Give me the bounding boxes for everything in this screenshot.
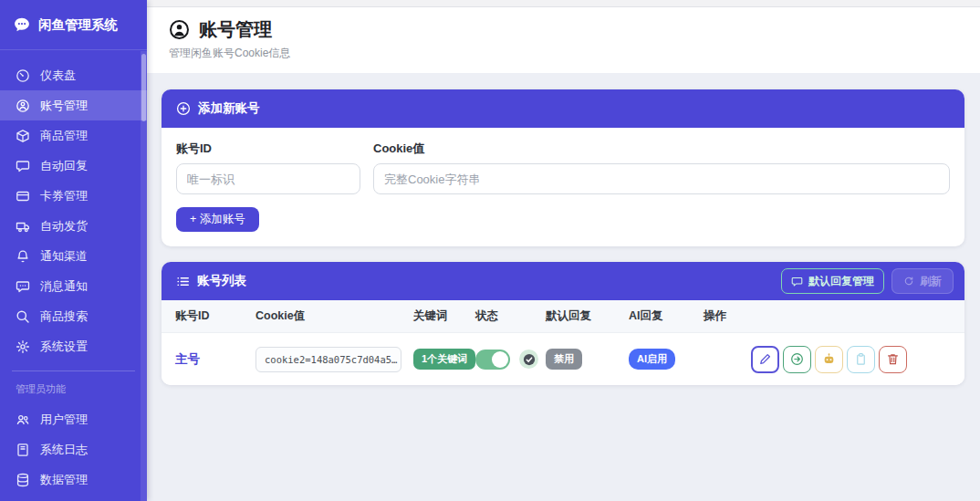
sidebar-item-label: 自动回复 [40,158,88,174]
col-header-cookie: Cookie值 [255,308,413,324]
add-account-card-header: 添加新账号 [162,89,964,128]
sidebar-item-products[interactable]: 商品管理 [0,120,147,151]
page-subtitle: 管理闲鱼账号Cookie信息 [169,46,958,61]
journal-icon [16,443,30,457]
col-header-actions: 操作 [704,308,964,324]
col-header-status: 状态 [475,308,546,324]
person-circle-icon [169,19,190,40]
sidebar-item-settings[interactable]: 系统设置 [0,331,147,361]
sidebar-item-auto-reply[interactable]: 自动回复 [0,151,147,181]
account-id-input[interactable] [176,163,360,194]
ai-robot-button[interactable] [815,346,843,373]
sidebar-item-label: 商品搜索 [40,308,88,325]
bell-icon [16,249,30,264]
chat-icon [791,276,803,287]
col-header-account-id: 账号ID [175,308,255,324]
sidebar-item-message-notify[interactable]: 消息通知 [0,271,147,301]
chat-dots-icon [16,279,30,294]
col-header-ai-reply: AI回复 [629,308,704,324]
ai-reply-badge: AI启用 [629,349,675,370]
sidebar-item-label: 商品管理 [40,128,88,144]
sidebar-item-label: 通知渠道 [40,248,88,265]
account-id-link[interactable]: 主号 [175,352,200,366]
chat-bubble-logo-icon [14,16,30,33]
app-root: 闲鱼管理系统 仪表盘 账号管理 商品管理 自动回复 卡券管理 [0,0,980,501]
sidebar-item-label: 自动发货 [40,218,88,235]
col-header-keywords: 关键词 [413,308,475,324]
chat-icon [16,159,30,173]
copy-button[interactable] [847,346,875,373]
box-icon [16,129,30,143]
page-header: 账号管理 管理闲鱼账号Cookie信息 [147,7,980,73]
add-account-form: 账号ID Cookie值 + 添加账号 [162,128,964,246]
sidebar-nav: 仪表盘 账号管理 商品管理 自动回复 卡券管理 自动发货 [0,50,147,495]
plus-circle-icon [176,101,191,116]
account-id-label: 账号ID [176,141,360,157]
arrow-right-circle-icon [790,352,804,366]
robot-icon [822,352,836,366]
account-list-card-header: 账号列表 默认回复管理 刷新 [162,262,964,300]
app-title: 闲鱼管理系统 [38,16,118,34]
content: 添加新账号 账号ID Cookie值 + 添加账号 [147,73,980,501]
edit-button[interactable] [751,346,779,373]
sidebar-item-label: 系统日志 [40,442,88,458]
pencil-icon [758,352,772,366]
col-header-default-reply: 默认回复 [546,308,629,324]
sidebar: 闲鱼管理系统 仪表盘 账号管理 商品管理 自动回复 卡券管理 [0,0,147,501]
gear-icon [16,339,30,354]
table-row: 主号 cookie2=148a075c7d04a5… 1个关键词 [162,333,964,385]
sidebar-item-data-management[interactable]: 数据管理 [0,464,147,495]
trash-icon [886,352,900,366]
refresh-icon [903,276,914,287]
credit-card-icon [16,189,30,204]
sidebar-item-label: 数据管理 [40,472,88,488]
sidebar-item-label: 卡券管理 [40,188,88,204]
add-account-button[interactable]: + 添加账号 [176,207,259,232]
sidebar-section-label: 管理员功能 [0,371,147,404]
cookie-value-input[interactable] [373,163,950,194]
sidebar-item-notify-channels[interactable]: 通知渠道 [0,241,147,271]
default-reply-badge: 禁用 [546,349,582,370]
keyword-count-badge: 1个关键词 [413,349,475,370]
sidebar-item-label: 系统设置 [40,339,88,355]
account-list-card-title: 账号列表 [197,273,246,289]
delete-button[interactable] [879,346,907,373]
page-title: 账号管理 [199,17,272,42]
top-strip [147,0,980,7]
sidebar-item-label: 账号管理 [40,98,88,114]
sidebar-item-user-management[interactable]: 用户管理 [0,404,147,434]
sidebar-item-label: 仪表盘 [40,68,76,84]
status-check-icon [519,350,538,369]
list-icon [176,275,190,288]
person-icon [16,99,30,113]
clipboard-icon [854,352,868,366]
sidebar-item-auto-ship[interactable]: 自动发货 [0,211,147,241]
sidebar-item-system-logs[interactable]: 系统日志 [0,434,147,464]
cookie-value-label: Cookie值 [373,141,950,157]
refresh-button[interactable]: 刷新 [891,268,954,294]
enter-account-button[interactable] [783,346,811,373]
sidebar-item-label: 消息通知 [40,278,88,295]
database-icon [16,473,30,487]
sidebar-item-label: 用户管理 [40,412,88,428]
truck-icon [16,219,30,234]
default-reply-manage-button[interactable]: 默认回复管理 [781,268,884,294]
status-toggle[interactable] [475,350,510,370]
sidebar-item-product-search[interactable]: 商品搜索 [0,301,147,331]
app-logo: 闲鱼管理系统 [0,0,147,50]
toggle-knob [492,351,508,368]
sidebar-item-cards[interactable]: 卡券管理 [0,181,147,211]
people-icon [16,412,30,427]
sidebar-item-accounts[interactable]: 账号管理 [0,90,147,120]
main-area: 账号管理 管理闲鱼账号Cookie信息 添加新账号 账号ID [147,0,980,501]
add-account-card-title: 添加新账号 [198,100,260,117]
sidebar-scrollbar-thumb[interactable] [141,54,146,121]
table-header-row: 账号ID Cookie值 关键词 状态 默认回复 AI回复 操作 [162,300,964,333]
cookie-value-display: cookie2=148a075c7d04a5… [255,347,401,372]
search-icon [16,309,30,324]
gauge-icon [16,68,30,83]
sidebar-item-dashboard[interactable]: 仪表盘 [0,60,147,90]
add-account-card: 添加新账号 账号ID Cookie值 + 添加账号 [162,89,964,246]
account-list-card: 账号列表 默认回复管理 刷新 [162,262,964,385]
